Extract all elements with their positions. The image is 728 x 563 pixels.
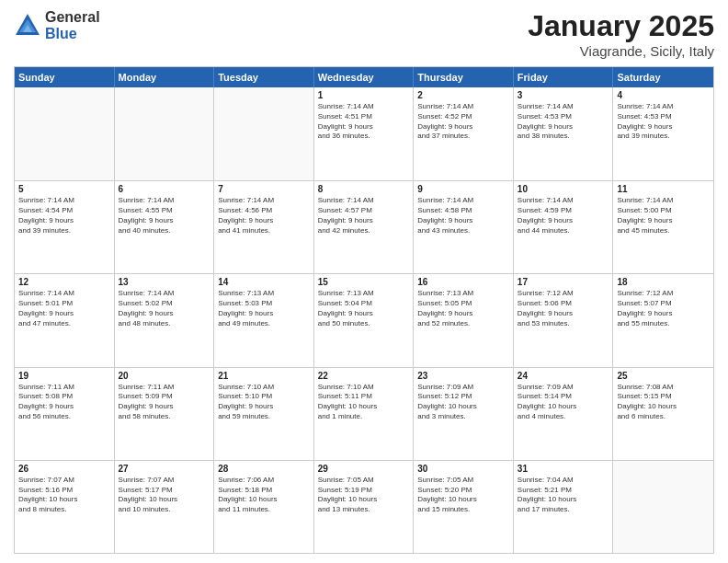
cell-text: Sunrise: 7:13 AM Sunset: 5:04 PM Dayligh… xyxy=(318,289,410,328)
day-number: 16 xyxy=(417,277,509,287)
day-number: 10 xyxy=(518,184,609,194)
cell-text: Sunrise: 7:14 AM Sunset: 4:52 PM Dayligh… xyxy=(417,102,509,142)
empty-cell xyxy=(115,87,215,180)
calendar-row: 12Sunrise: 7:14 AM Sunset: 5:01 PM Dayli… xyxy=(15,273,713,366)
day-number: 6 xyxy=(119,184,210,194)
weekday-header: Thursday xyxy=(414,67,514,87)
day-number: 29 xyxy=(318,464,410,474)
title-block: January 2025 Viagrande, Sicily, Italy xyxy=(528,9,714,59)
calendar-row: 5Sunrise: 7:14 AM Sunset: 4:54 PM Daylig… xyxy=(15,180,713,273)
cell-text: Sunrise: 7:13 AM Sunset: 5:03 PM Dayligh… xyxy=(218,289,310,328)
calendar-cell: 19Sunrise: 7:11 AM Sunset: 5:08 PM Dayli… xyxy=(15,368,115,460)
day-number: 7 xyxy=(218,184,310,194)
cell-text: Sunrise: 7:14 AM Sunset: 5:01 PM Dayligh… xyxy=(18,289,110,328)
cell-text: Sunrise: 7:14 AM Sunset: 4:57 PM Dayligh… xyxy=(318,196,410,236)
cell-text: Sunrise: 7:14 AM Sunset: 5:00 PM Dayligh… xyxy=(617,196,710,236)
cell-text: Sunrise: 7:07 AM Sunset: 5:17 PM Dayligh… xyxy=(119,476,210,515)
day-number: 21 xyxy=(218,371,310,381)
day-number: 26 xyxy=(18,464,110,474)
calendar-cell: 15Sunrise: 7:13 AM Sunset: 5:04 PM Dayli… xyxy=(314,274,415,366)
day-number: 15 xyxy=(318,277,410,287)
cell-text: Sunrise: 7:14 AM Sunset: 5:02 PM Dayligh… xyxy=(119,289,210,328)
cell-text: Sunrise: 7:06 AM Sunset: 5:18 PM Dayligh… xyxy=(218,476,310,515)
cell-text: Sunrise: 7:10 AM Sunset: 5:11 PM Dayligh… xyxy=(318,383,410,422)
day-number: 17 xyxy=(518,277,609,287)
calendar-cell: 3Sunrise: 7:14 AM Sunset: 4:53 PM Daylig… xyxy=(514,87,614,180)
calendar-cell: 25Sunrise: 7:08 AM Sunset: 5:15 PM Dayli… xyxy=(613,368,713,460)
cell-text: Sunrise: 7:13 AM Sunset: 5:05 PM Dayligh… xyxy=(417,289,509,328)
calendar-cell: 8Sunrise: 7:14 AM Sunset: 4:57 PM Daylig… xyxy=(314,181,415,273)
day-number: 4 xyxy=(617,90,710,100)
cell-text: Sunrise: 7:14 AM Sunset: 4:53 PM Dayligh… xyxy=(518,102,609,142)
weekday-header: Tuesday xyxy=(214,67,314,87)
calendar-cell: 14Sunrise: 7:13 AM Sunset: 5:03 PM Dayli… xyxy=(214,274,314,366)
calendar-cell: 13Sunrise: 7:14 AM Sunset: 5:02 PM Dayli… xyxy=(115,274,215,366)
page-subtitle: Viagrande, Sicily, Italy xyxy=(528,43,714,59)
logo: General Blue xyxy=(14,9,100,41)
weekday-header: Friday xyxy=(514,67,614,87)
calendar-cell: 26Sunrise: 7:07 AM Sunset: 5:16 PM Dayli… xyxy=(15,461,115,553)
header: General Blue January 2025 Viagrande, Sic… xyxy=(14,9,714,59)
cell-text: Sunrise: 7:14 AM Sunset: 4:53 PM Dayligh… xyxy=(617,102,710,142)
calendar-header: SundayMondayTuesdayWednesdayThursdayFrid… xyxy=(15,67,713,87)
calendar-cell: 10Sunrise: 7:14 AM Sunset: 4:59 PM Dayli… xyxy=(514,181,614,273)
cell-text: Sunrise: 7:14 AM Sunset: 4:54 PM Dayligh… xyxy=(18,196,110,236)
calendar-cell: 17Sunrise: 7:12 AM Sunset: 5:06 PM Dayli… xyxy=(514,274,614,366)
calendar-cell: 20Sunrise: 7:11 AM Sunset: 5:09 PM Dayli… xyxy=(115,368,215,460)
day-number: 24 xyxy=(518,371,609,381)
calendar-cell: 31Sunrise: 7:04 AM Sunset: 5:21 PM Dayli… xyxy=(514,461,614,553)
cell-text: Sunrise: 7:08 AM Sunset: 5:15 PM Dayligh… xyxy=(617,383,710,422)
day-number: 12 xyxy=(18,277,110,287)
day-number: 14 xyxy=(218,277,310,287)
day-number: 18 xyxy=(617,277,710,287)
day-number: 5 xyxy=(18,184,110,194)
day-number: 25 xyxy=(617,371,710,381)
cell-text: Sunrise: 7:14 AM Sunset: 4:56 PM Dayligh… xyxy=(218,196,310,236)
calendar-cell: 30Sunrise: 7:05 AM Sunset: 5:20 PM Dayli… xyxy=(414,461,514,553)
calendar-cell: 23Sunrise: 7:09 AM Sunset: 5:12 PM Dayli… xyxy=(414,368,514,460)
day-number: 28 xyxy=(218,464,310,474)
calendar-cell: 9Sunrise: 7:14 AM Sunset: 4:58 PM Daylig… xyxy=(414,181,514,273)
weekday-header: Wednesday xyxy=(314,67,415,87)
day-number: 31 xyxy=(518,464,609,474)
day-number: 8 xyxy=(318,184,410,194)
cell-text: Sunrise: 7:10 AM Sunset: 5:10 PM Dayligh… xyxy=(218,383,310,422)
cell-text: Sunrise: 7:12 AM Sunset: 5:06 PM Dayligh… xyxy=(518,289,609,328)
cell-text: Sunrise: 7:09 AM Sunset: 5:12 PM Dayligh… xyxy=(417,383,509,422)
calendar-cell: 5Sunrise: 7:14 AM Sunset: 4:54 PM Daylig… xyxy=(15,181,115,273)
calendar-cell: 18Sunrise: 7:12 AM Sunset: 5:07 PM Dayli… xyxy=(613,274,713,366)
empty-cell xyxy=(15,87,115,180)
day-number: 2 xyxy=(417,90,509,100)
day-number: 19 xyxy=(18,371,110,381)
cell-text: Sunrise: 7:14 AM Sunset: 4:58 PM Dayligh… xyxy=(417,196,509,236)
calendar-row: 26Sunrise: 7:07 AM Sunset: 5:16 PM Dayli… xyxy=(15,460,713,553)
cell-text: Sunrise: 7:04 AM Sunset: 5:21 PM Dayligh… xyxy=(518,476,609,515)
calendar-cell: 12Sunrise: 7:14 AM Sunset: 5:01 PM Dayli… xyxy=(15,274,115,366)
weekday-header: Saturday xyxy=(613,67,713,87)
calendar-row: 19Sunrise: 7:11 AM Sunset: 5:08 PM Dayli… xyxy=(15,367,713,460)
calendar-cell: 22Sunrise: 7:10 AM Sunset: 5:11 PM Dayli… xyxy=(314,368,415,460)
cell-text: Sunrise: 7:12 AM Sunset: 5:07 PM Dayligh… xyxy=(617,289,710,328)
calendar-cell: 21Sunrise: 7:10 AM Sunset: 5:10 PM Dayli… xyxy=(214,368,314,460)
calendar-cell: 24Sunrise: 7:09 AM Sunset: 5:14 PM Dayli… xyxy=(514,368,614,460)
page-title: January 2025 xyxy=(528,9,714,43)
weekday-header: Sunday xyxy=(15,67,115,87)
calendar-cell: 2Sunrise: 7:14 AM Sunset: 4:52 PM Daylig… xyxy=(414,87,514,180)
logo-blue-text: Blue xyxy=(45,26,100,42)
day-number: 3 xyxy=(518,90,609,100)
cell-text: Sunrise: 7:14 AM Sunset: 4:55 PM Dayligh… xyxy=(119,196,210,236)
cell-text: Sunrise: 7:05 AM Sunset: 5:20 PM Dayligh… xyxy=(417,476,509,515)
calendar-cell: 16Sunrise: 7:13 AM Sunset: 5:05 PM Dayli… xyxy=(414,274,514,366)
cell-text: Sunrise: 7:09 AM Sunset: 5:14 PM Dayligh… xyxy=(518,383,609,422)
calendar-row: 1Sunrise: 7:14 AM Sunset: 4:51 PM Daylig… xyxy=(15,87,713,180)
cell-text: Sunrise: 7:14 AM Sunset: 4:59 PM Dayligh… xyxy=(518,196,609,236)
calendar-cell: 11Sunrise: 7:14 AM Sunset: 5:00 PM Dayli… xyxy=(613,181,713,273)
calendar-cell: 6Sunrise: 7:14 AM Sunset: 4:55 PM Daylig… xyxy=(115,181,215,273)
day-number: 11 xyxy=(617,184,710,194)
day-number: 22 xyxy=(318,371,410,381)
calendar-cell: 7Sunrise: 7:14 AM Sunset: 4:56 PM Daylig… xyxy=(214,181,314,273)
cell-text: Sunrise: 7:07 AM Sunset: 5:16 PM Dayligh… xyxy=(18,476,110,515)
empty-cell xyxy=(613,461,713,553)
cell-text: Sunrise: 7:05 AM Sunset: 5:19 PM Dayligh… xyxy=(318,476,410,515)
logo-general-text: General xyxy=(45,9,100,26)
